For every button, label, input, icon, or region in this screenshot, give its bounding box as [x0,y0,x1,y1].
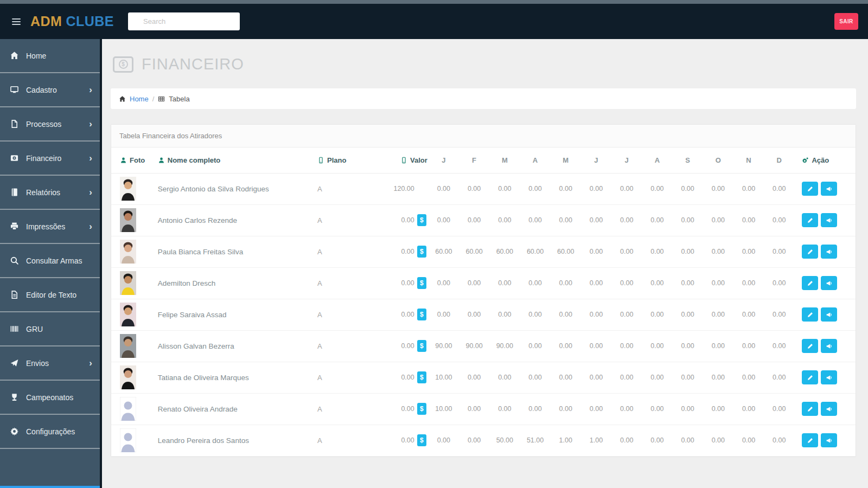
table-row: Alisson Galvan BezerraA0.00$90.0090.0090… [111,330,856,362]
cell-nome: Renato Oliveira Andrade [156,393,312,425]
cell-month-value: 0.00 [459,362,489,393]
sidebar-item-campeonatos[interactable]: Campeonatos [0,381,100,415]
announce-button[interactable] [821,370,837,384]
cell-month-value: 0.00 [703,393,733,425]
cell-month-value: 0.00 [764,236,794,267]
sidebar-item-label: Financeiro [26,154,82,163]
money-badge[interactable]: $ [417,403,426,415]
app-window: ADMCLUBE SAIR HomeCadastro›Processos›Fin… [0,0,868,488]
cell-nome: Felipe Saraiva Assad [156,299,312,330]
cell-month-value: 0.00 [429,425,459,456]
brand-clube: CLUBE [66,14,114,29]
edit-button[interactable] [802,433,818,447]
announce-button[interactable] [821,339,837,353]
money-badge[interactable]: $ [417,277,426,289]
cell-month-value: 0.00 [551,362,581,393]
cell-month-value: 0.00 [611,299,642,330]
cell-month-value: 1.00 [581,425,611,456]
avatar-photo [120,365,136,389]
money-badge[interactable]: $ [417,434,426,446]
sidebar-item-gru[interactable]: GRU [0,312,100,346]
sidebar-item-envios[interactable]: Envios› [0,346,100,381]
cell-month-value: 0.00 [703,236,733,267]
cell-month-value: 0.00 [733,204,764,236]
table-icon [158,95,165,102]
announce-button[interactable] [821,245,837,259]
sidebar-item-label: Envios [26,359,82,368]
gears-icon [802,157,809,164]
sidebar-item-configuracoes[interactable]: Configurações [0,415,100,449]
cell-foto [111,299,156,330]
edit-icon [807,437,814,444]
sidebar-item-relatorios[interactable]: Relatórios› [0,176,100,210]
hamburger-menu-icon[interactable] [10,16,23,27]
cell-month-value: 0.00 [551,267,581,299]
sidebar-item-consultar-armas[interactable]: Consultar Armas [0,244,100,278]
cell-month-value: 0.00 [642,204,672,236]
cell-month-value: 0.00 [642,267,672,299]
edit-button[interactable] [802,245,818,259]
cell-month-value: 0.00 [642,173,672,204]
table-row: Felipe Saraiva AssadA0.00$0.000.000.000.… [111,299,856,330]
sidebar-item-editor-de-texto[interactable]: Editor de Texto [0,278,100,312]
cell-month-value: 0.00 [459,299,489,330]
announce-button[interactable] [821,433,837,447]
page-title-text: FINANCEIRO [142,55,244,73]
edit-button[interactable] [802,182,818,196]
cell-month-value: 0.00 [673,204,703,236]
file-text-icon [10,290,19,299]
cell-nome: Ademilton Dresch [156,267,312,299]
sidebar-item-home[interactable]: Home [0,39,100,73]
announce-button[interactable] [821,402,837,416]
breadcrumb-home-link[interactable]: Home [130,95,149,103]
cell-month-value: 0.00 [642,425,672,456]
cell-month-value: 0.00 [611,330,642,362]
col-header-foto: Foto [111,147,156,173]
cell-month-value: 90.00 [429,330,459,362]
cell-month-value: 0.00 [642,393,672,425]
sidebar-item-financeiro[interactable]: Financeiro› [0,142,100,176]
cell-foto [111,362,156,393]
money-badge[interactable]: $ [417,246,426,258]
announce-button[interactable] [821,182,837,196]
edit-button[interactable] [802,402,818,416]
edit-button[interactable] [802,307,818,322]
announce-icon [826,311,833,318]
edit-icon [807,311,814,318]
cell-valor: 120.00 [363,173,429,204]
edit-button[interactable] [802,370,818,384]
sidebar-item-cadastro[interactable]: Cadastro› [0,73,100,107]
edit-button[interactable] [802,276,818,290]
book-icon [10,188,19,197]
money-badge[interactable]: $ [417,309,426,320]
cell-month-value: 50.00 [489,425,520,456]
money-badge[interactable]: $ [417,371,426,383]
announce-button[interactable] [821,213,837,227]
announce-button[interactable] [821,307,837,322]
cell-month-value: 0.00 [764,330,794,362]
money-badge[interactable]: $ [417,214,426,226]
money-badge[interactable]: $ [417,340,426,352]
chevron-right-icon: › [89,85,92,94]
avatar-placeholder [120,428,136,452]
edit-icon [807,217,814,224]
gear-icon [10,427,19,436]
mobile-icon [317,157,324,164]
edit-button[interactable] [802,213,818,227]
logout-button[interactable]: SAIR [834,13,858,30]
sidebar-item-label: Impressões [26,222,82,231]
col-header-month-8: A [642,147,672,173]
avatar-photo [120,208,136,232]
search-input[interactable] [128,12,240,30]
cell-month-value: 0.00 [733,393,764,425]
cell-month-value: 0.00 [489,204,520,236]
sidebar-item-impressoes[interactable]: Impressões› [0,210,100,244]
sidebar-item-processos[interactable]: Processos› [0,107,100,142]
edit-button[interactable] [802,339,818,353]
cell-month-value: 0.00 [551,330,581,362]
announce-icon [826,248,833,255]
avatar-photo [120,303,136,326]
cell-month-value: 0.00 [642,330,672,362]
announce-button[interactable] [821,276,837,290]
col-header-valor: Valor [363,147,429,173]
